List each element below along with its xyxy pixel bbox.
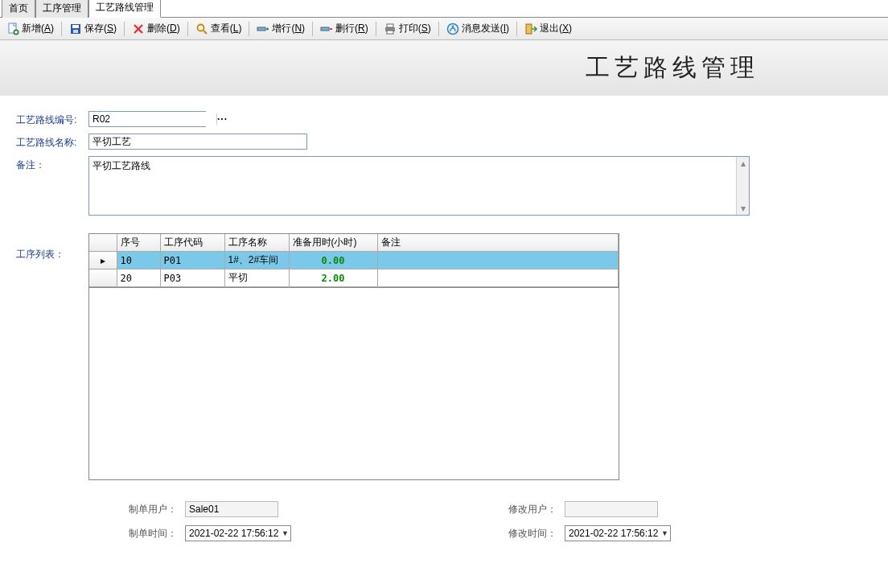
svg-rect-9 (387, 24, 393, 27)
remark-memo: 平切工艺路线 ▴ ▾ (88, 156, 750, 216)
exit-label: 退出(X) (540, 22, 572, 35)
toolbar-separator (249, 22, 249, 36)
toolbar: 新增(A) 保存(S) 删除(D) 查看(L) 增行(N) 删行(R) 打印(S… (0, 18, 888, 40)
modify-user-value (565, 501, 658, 517)
cell-code[interactable]: P01 (160, 252, 224, 269)
col-prep[interactable]: 准备用时(小时) (289, 234, 377, 252)
new-icon (6, 23, 19, 35)
create-time-picker[interactable]: 2021-02-22 17:56:12 ▼ (185, 525, 291, 541)
grid-header-row: 序号 工序代码 工序名称 准备用时(小时) 备注 (89, 234, 619, 252)
scroll-down-icon[interactable]: ▾ (737, 202, 749, 215)
toolbar-separator (312, 22, 313, 36)
new-label: 新增(A) (22, 22, 54, 35)
addrow-button[interactable]: 增行(N) (253, 20, 308, 37)
title-band: 工艺路线管理 (0, 40, 888, 97)
cell-name[interactable]: 1#、2#车间 (224, 252, 289, 269)
list-label: 工序列表： (16, 233, 88, 261)
code-lookup-button[interactable]: ··· (216, 113, 228, 125)
view-button[interactable]: 查看(L) (192, 20, 245, 37)
create-time-label: 制单时间： (121, 527, 177, 541)
cell-seq[interactable]: 20 (117, 269, 160, 287)
print-icon (384, 23, 397, 35)
modify-time-picker[interactable]: 2021-02-22 17:56:12 ▼ (565, 525, 671, 541)
save-label: 保存(S) (84, 22, 117, 35)
cell-remark[interactable] (377, 252, 619, 269)
modify-user-label: 修改用户： (500, 503, 557, 516)
chevron-down-icon[interactable]: ▼ (661, 529, 668, 537)
delete-button[interactable]: 删除(D) (129, 20, 183, 37)
print-button[interactable]: 打印(S) (380, 20, 434, 37)
col-seq[interactable]: 序号 (117, 234, 160, 252)
row-indicator-icon: ▸ (89, 252, 117, 269)
code-lookup[interactable]: ··· (88, 111, 206, 127)
remark-textarea[interactable]: 平切工艺路线 (89, 157, 736, 215)
footer: 制单用户： 制单时间： 2021-02-22 17:56:12 ▼ 修改用户： … (16, 487, 888, 541)
remark-label: 备注： (16, 156, 88, 172)
svg-point-5 (197, 24, 204, 31)
save-button[interactable]: 保存(S) (66, 20, 120, 37)
svg-rect-7 (321, 27, 329, 31)
svg-point-12 (451, 25, 454, 27)
addrow-label: 增行(N) (272, 22, 305, 35)
svg-point-11 (447, 23, 458, 34)
name-input[interactable] (88, 134, 307, 150)
addrow-icon (257, 23, 269, 35)
tab-home[interactable]: 首页 (2, 0, 35, 18)
chevron-down-icon[interactable]: ▼ (282, 529, 289, 537)
toolbar-separator (61, 22, 62, 36)
scroll-up-icon[interactable]: ▴ (737, 157, 749, 170)
svg-rect-6 (257, 27, 265, 31)
view-label: 查看(L) (211, 22, 242, 35)
tab-label: 工序管理 (43, 2, 81, 14)
code-label: 工艺路线编号: (16, 111, 88, 127)
svg-rect-10 (387, 31, 393, 34)
tab-strip: 首页 工序管理 工艺路线管理 (0, 0, 888, 18)
exit-icon (524, 23, 537, 35)
remark-scrollbar[interactable]: ▴ ▾ (736, 157, 749, 215)
grid-corner (89, 234, 117, 252)
search-icon (195, 23, 208, 35)
send-button[interactable]: 消息发送(I) (443, 20, 512, 37)
tab-process-mgmt[interactable]: 工序管理 (35, 0, 88, 18)
svg-rect-3 (72, 25, 79, 28)
save-icon (69, 23, 82, 35)
col-remark[interactable]: 备注 (377, 234, 619, 252)
table-row[interactable]: ▸ 10 P01 1#、2#车间 0.00 (89, 252, 619, 269)
col-name[interactable]: 工序名称 (224, 234, 289, 252)
delrow-label: 删行(R) (335, 22, 368, 35)
delete-label: 删除(D) (147, 22, 180, 35)
delrow-icon (320, 23, 333, 35)
cell-prep[interactable]: 0.00 (289, 252, 377, 269)
send-icon (446, 23, 459, 35)
tab-route-mgmt[interactable]: 工艺路线管理 (88, 0, 161, 18)
cell-remark[interactable] (377, 269, 619, 287)
name-label: 工艺路线名称: (16, 134, 88, 150)
svg-rect-13 (526, 24, 532, 34)
row-indicator (89, 269, 117, 287)
create-user-value (185, 501, 278, 517)
tab-label: 首页 (9, 2, 28, 14)
toolbar-separator (376, 22, 376, 36)
tab-label: 工艺路线管理 (96, 2, 154, 13)
modify-time-label: 修改时间： (500, 527, 557, 541)
grid-empty-area (88, 287, 619, 480)
create-time-value: 2021-02-22 17:56:12 (189, 528, 278, 539)
cell-prep[interactable]: 2.00 (289, 269, 377, 287)
cell-seq[interactable]: 10 (117, 252, 160, 269)
page-title: 工艺路线管理 (586, 51, 759, 84)
delrow-button[interactable]: 删行(R) (317, 20, 372, 37)
delete-icon (132, 23, 145, 35)
create-user-label: 制单用户： (121, 503, 177, 516)
cell-code[interactable]: P03 (160, 269, 224, 287)
code-input[interactable] (89, 112, 216, 126)
exit-button[interactable]: 退出(X) (521, 20, 575, 37)
cell-name[interactable]: 平切 (224, 269, 289, 287)
toolbar-separator (124, 22, 125, 36)
new-button[interactable]: 新增(A) (3, 20, 57, 37)
col-code[interactable]: 工序代码 (160, 234, 224, 252)
process-grid: 序号 工序代码 工序名称 准备用时(小时) 备注 ▸ 10 P01 1#、2#车 (88, 233, 619, 288)
modify-time-value: 2021-02-22 17:56:12 (569, 528, 658, 539)
table-row[interactable]: 20 P03 平切 2.00 (89, 269, 619, 287)
print-label: 打印(S) (399, 22, 431, 35)
content: 工艺路线编号: ··· 工艺路线名称: 备注： 平切工艺路线 ▴ ▾ 工序列表： (0, 97, 888, 541)
